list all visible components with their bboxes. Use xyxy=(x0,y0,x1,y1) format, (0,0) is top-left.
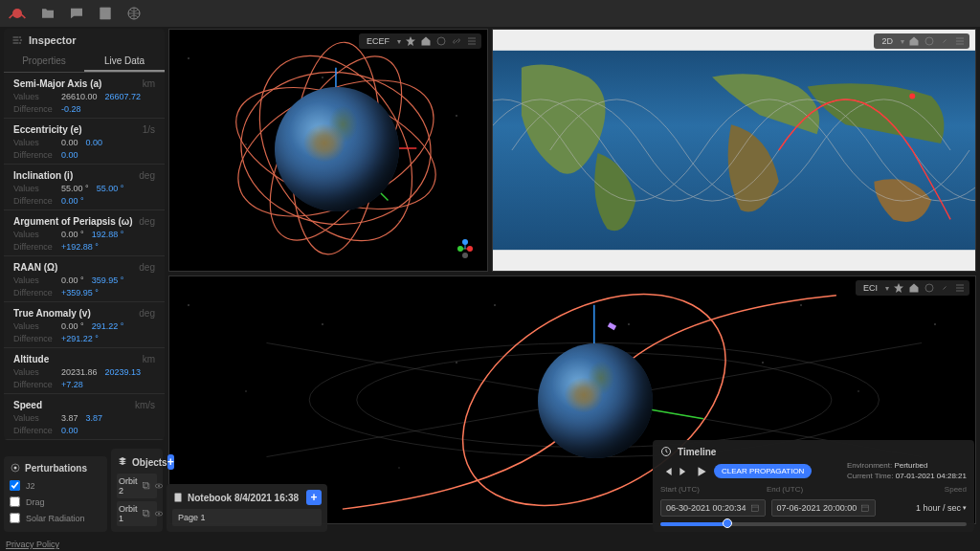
svg-rect-34 xyxy=(144,484,148,489)
app-logo xyxy=(8,4,27,23)
svg-point-22 xyxy=(925,37,933,45)
perturbations-title: Perturbations xyxy=(25,463,87,474)
svg-point-32 xyxy=(14,467,17,470)
axis-gizmo[interactable] xyxy=(451,234,479,263)
eye-icon[interactable] xyxy=(154,509,164,518)
env-label: Environment: xyxy=(847,461,892,470)
perturbation-solar-radiation[interactable]: Solar Radiation xyxy=(10,510,101,526)
env-value: Perturbed xyxy=(894,461,927,470)
globe-icon[interactable] xyxy=(126,6,142,21)
current-time-value: 07-01-2021 04:28:21 xyxy=(896,472,967,480)
home-icon[interactable] xyxy=(908,282,920,294)
param-2: Inclination (i)degValues55.00 °55.00 °Di… xyxy=(4,165,165,210)
calendar-icon xyxy=(750,503,760,513)
inspector-panel: Inspector Properties Live Data Semi-Majo… xyxy=(4,29,165,440)
eye-icon[interactable] xyxy=(154,481,164,491)
play-icon[interactable] xyxy=(695,465,708,478)
svg-rect-35 xyxy=(143,483,147,488)
param-1: Eccentricity (e)1/sValues0.000.00Differe… xyxy=(4,119,165,165)
globe-small-icon[interactable] xyxy=(924,35,935,47)
perturbation-icon xyxy=(10,462,21,474)
svg-point-37 xyxy=(158,485,160,487)
menu-icon[interactable] xyxy=(954,282,966,294)
link-icon[interactable] xyxy=(939,35,950,47)
skip-back-icon[interactable] xyxy=(660,465,674,478)
svg-rect-20 xyxy=(493,250,975,271)
home-icon[interactable] xyxy=(908,35,920,47)
param-3: Argument of Periapsis (ω)degValues0.00 °… xyxy=(4,210,165,256)
inspector-icon xyxy=(11,34,23,46)
start-label: Start (UTC) xyxy=(660,485,700,494)
notebook-page[interactable]: Page 1 xyxy=(172,509,322,526)
globe-small-icon[interactable] xyxy=(924,282,935,294)
svg-point-15 xyxy=(462,253,468,258)
svg-point-11 xyxy=(437,37,445,45)
svg-rect-39 xyxy=(143,511,147,516)
copy-icon[interactable] xyxy=(142,509,151,518)
home-icon[interactable] xyxy=(420,35,432,47)
start-date-input[interactable]: 06-30-2021 00:20:34 xyxy=(660,499,766,517)
svg-point-21 xyxy=(909,93,915,99)
inspector-title: Inspector xyxy=(29,34,77,46)
viewport-controls: 2D▾ xyxy=(874,33,969,49)
chat-icon[interactable] xyxy=(69,6,84,21)
star-icon[interactable] xyxy=(405,35,416,47)
viewport-mode-label[interactable]: ECI xyxy=(859,283,881,293)
slider-thumb[interactable] xyxy=(723,518,732,528)
add-object-button[interactable]: + xyxy=(167,454,174,470)
svg-rect-46 xyxy=(862,505,869,512)
end-label: End (UTC) xyxy=(767,485,803,494)
checkbox[interactable] xyxy=(10,513,20,523)
skip-forward-icon[interactable] xyxy=(678,465,691,478)
object-row-0[interactable]: Orbit 2 xyxy=(117,474,157,498)
copy-icon[interactable] xyxy=(142,481,151,491)
notebook-icon xyxy=(172,492,184,503)
globe-small-icon[interactable] xyxy=(435,35,447,47)
time-label: Current Time: xyxy=(847,472,893,480)
add-page-button[interactable]: + xyxy=(306,490,322,505)
object-row-1[interactable]: Orbit 1 xyxy=(117,501,157,526)
perturbations-panel: Perturbations J2DragSolar Radiation xyxy=(4,456,107,532)
svg-point-41 xyxy=(158,513,160,515)
svg-rect-38 xyxy=(144,512,148,517)
speed-selector[interactable]: 1 hour / sec ▾ xyxy=(916,503,967,513)
timeline-panel: Timeline CLEAR PROPAGATION Environment: … xyxy=(653,440,974,532)
star-icon[interactable] xyxy=(893,282,904,294)
param-4: RAAN (Ω)degValues0.00 °359.95 °Differenc… xyxy=(4,256,165,302)
objects-panel: Objects + Orbit 2Orbit 1 xyxy=(111,449,163,532)
perturbation-drag[interactable]: Drag xyxy=(10,494,101,510)
viewport-3d-ecef[interactable]: ECEF▾ xyxy=(168,29,488,272)
viewport-mode-label[interactable]: 2D xyxy=(878,36,897,46)
calendar-icon xyxy=(860,503,870,513)
checkbox[interactable] xyxy=(10,496,20,507)
viewport-controls: ECEF▾ xyxy=(359,33,481,49)
link-icon[interactable] xyxy=(939,282,950,294)
viewport-controls: ECI▾ xyxy=(856,280,969,296)
timeline-icon xyxy=(660,446,672,457)
tab-live-data[interactable]: Live Data xyxy=(84,52,165,72)
viewport-mode-label[interactable]: ECEF xyxy=(363,36,393,46)
clear-propagation-button[interactable]: CLEAR PROPAGATION xyxy=(714,464,812,478)
timeline-slider[interactable] xyxy=(660,522,967,526)
perturbation-j2[interactable]: J2 xyxy=(10,477,101,494)
menu-icon[interactable] xyxy=(954,35,966,47)
end-date-input[interactable]: 07-06-2021 20:00:00 xyxy=(771,499,877,517)
param-5: True Anomaly (v)degValues0.00 °291.22 °D… xyxy=(4,302,165,348)
param-6: AltitudekmValues20231.8620239.13Differen… xyxy=(4,348,165,394)
notebook-title: Notebook 8/4/2021 16:38 xyxy=(188,493,299,503)
link-icon[interactable] xyxy=(451,35,462,47)
folder-icon[interactable] xyxy=(40,6,56,21)
menu-icon[interactable] xyxy=(466,35,478,47)
top-toolbar xyxy=(0,0,980,27)
checkbox[interactable] xyxy=(10,480,20,491)
param-7: Speedkm/sValues3.873.87Difference0.00 xyxy=(4,394,165,440)
privacy-policy-link[interactable]: Privacy Policy xyxy=(6,540,59,549)
notebook-panel: Notebook 8/4/2021 16:38 + Page 1 xyxy=(167,484,327,532)
inspector-header: Inspector xyxy=(4,29,165,52)
viewport-2d-map[interactable]: 2D▾ xyxy=(492,29,976,272)
contact-icon[interactable] xyxy=(98,6,113,21)
svg-point-31 xyxy=(925,284,933,292)
svg-rect-42 xyxy=(175,494,182,502)
objects-title: Objects xyxy=(132,457,167,468)
tab-properties[interactable]: Properties xyxy=(4,52,84,72)
